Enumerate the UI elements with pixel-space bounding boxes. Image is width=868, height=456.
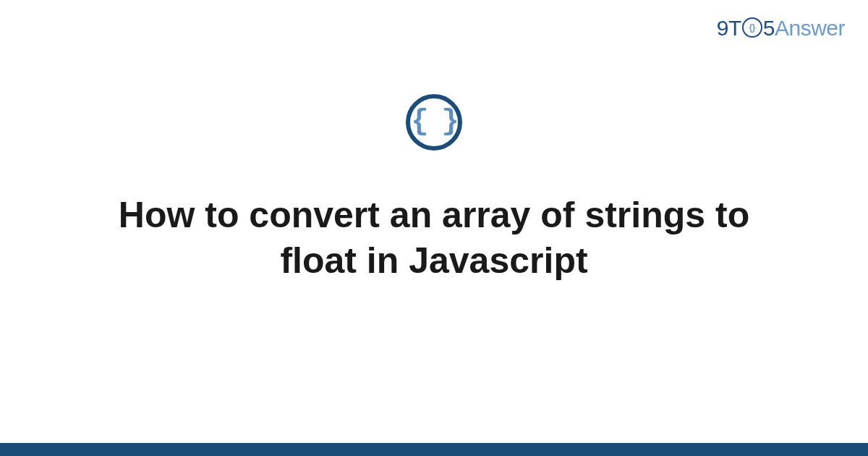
logo-text-5: 5 <box>763 16 775 41</box>
topic-icon-circle: { } <box>406 94 462 151</box>
main-content: { } How to convert an array of strings t… <box>0 94 868 283</box>
site-logo[interactable]: 9T {} 5 Answer <box>717 16 845 41</box>
clock-icon: {} <box>742 17 762 38</box>
clock-icon-inner: {} <box>749 23 755 32</box>
footer-bar <box>0 443 868 456</box>
page-title: How to convert an array of strings to fl… <box>72 193 796 283</box>
logo-text-9t: 9T <box>717 16 741 41</box>
logo-text-answer: Answer <box>775 16 845 41</box>
code-braces-icon: { } <box>411 108 456 137</box>
